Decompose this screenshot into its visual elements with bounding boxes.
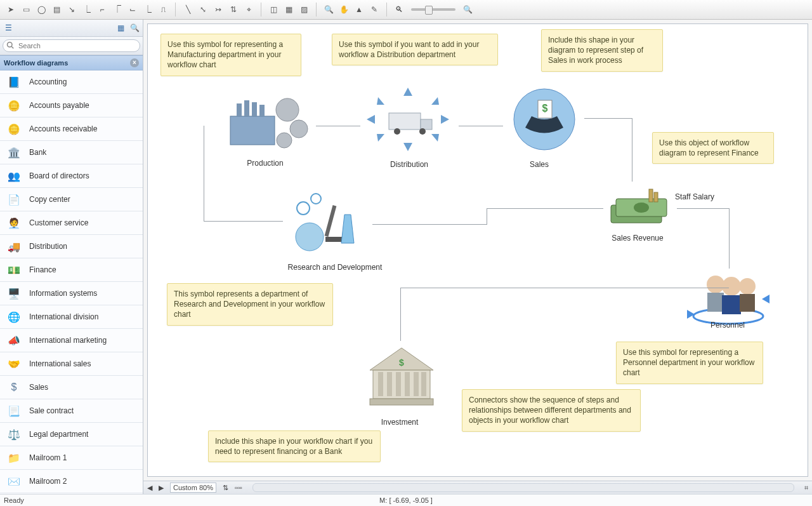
zoom-tool-icon[interactable]: 🔍	[322, 3, 336, 17]
sidebar-item-icon: 📄	[4, 191, 24, 208]
svg-marker-18	[377, 97, 384, 105]
pages-icon[interactable]: ▫▫▫	[235, 484, 242, 491]
horizontal-scrollbar[interactable]	[252, 483, 794, 492]
svg-rect-3	[237, 103, 242, 116]
svg-rect-53	[370, 399, 433, 405]
search-toggle-icon[interactable]: 🔍	[129, 22, 140, 34]
callout-connectors: Connectors show the sequence of steps an…	[462, 389, 641, 432]
line-tool-3-icon[interactable]: ↣	[211, 3, 225, 17]
sidebar-item-international-division[interactable]: 🌐International division	[0, 305, 143, 329]
group-tool-1-icon[interactable]: ◫	[266, 3, 280, 17]
connector-tool-1-icon[interactable]: ↘	[65, 3, 79, 17]
sidebar-item-icon: 📣	[4, 332, 24, 349]
distribution-node-icon[interactable]	[360, 84, 455, 154]
text-tool-icon[interactable]: ▤	[49, 3, 63, 17]
svg-rect-39	[707, 293, 724, 312]
sidebar-item-copy-center[interactable]: 📄Copy center	[0, 188, 143, 211]
zoom-in-icon[interactable]: 🔍	[461, 3, 475, 17]
diagram-canvas[interactable]: Use this symbol for representing a Manuf…	[147, 23, 808, 477]
sidebar-header-label: Workflow diagrams	[4, 59, 68, 67]
connector-tool-7-icon[interactable]: ⎍	[156, 3, 170, 17]
connector-tool-4-icon[interactable]: ⎾	[110, 3, 124, 17]
sidebar-item-mailroom-1[interactable]: 📁Mailroom 1	[0, 446, 143, 470]
sidebar-item-sale-contract[interactable]: 📃Sale contract	[0, 399, 143, 423]
sidebar-item-icon: 🪙	[4, 97, 24, 114]
svg-marker-19	[431, 97, 439, 105]
sidebar-item-international-marketing[interactable]: 📣International marketing	[0, 329, 143, 352]
sidebar-item-label: Information systems	[29, 289, 97, 298]
sidebar-item-international-sales[interactable]: 🤝International sales	[0, 352, 143, 376]
bank-node-icon[interactable]: $	[360, 342, 443, 411]
sidebar-item-bank[interactable]: 🏛️Bank	[0, 141, 143, 164]
sidebar-item-sales[interactable]: $Sales	[0, 376, 143, 399]
svg-marker-21	[431, 134, 439, 142]
svg-marker-16	[367, 115, 375, 124]
line-tool-4-icon[interactable]: ⇅	[226, 3, 240, 17]
page-nav-prev-icon[interactable]: ◀	[147, 484, 152, 492]
sidebar-item-board-of-directors[interactable]: 👥Board of directors	[0, 164, 143, 188]
zoom-stepper-icon[interactable]: ⇅	[223, 484, 228, 492]
connector-tool-2-icon[interactable]: ⎿	[80, 3, 94, 17]
connector-arrow	[204, 126, 204, 221]
connector-tool-6-icon[interactable]: ⎿	[141, 3, 155, 17]
rd-node-icon[interactable]	[284, 189, 360, 259]
svg-rect-52	[421, 372, 426, 396]
connector-tool-5-icon[interactable]: ⌙	[126, 3, 140, 17]
pointer-tool-icon[interactable]: ➤	[4, 3, 18, 17]
sidebar-item-accounts-receivable[interactable]: 🪙Accounts receivable	[0, 117, 143, 141]
sales-node-icon[interactable]: $	[506, 84, 582, 154]
sidebar-item-mailroom-2[interactable]: ✉️Mailroom 2	[0, 470, 143, 493]
svg-rect-49	[396, 372, 401, 396]
sidebar-item-icon: 📘	[4, 74, 24, 90]
zoom-select[interactable]: Custom 80%	[170, 483, 216, 493]
svg-rect-33	[325, 205, 337, 237]
sidebar-item-customer-service[interactable]: 🧑‍💼Customer service	[0, 211, 143, 235]
sidebar-item-legal-department[interactable]: ⚖️Legal department	[0, 423, 143, 446]
sidebar-item-label: International sales	[29, 359, 91, 368]
sidebar-item-information-systems[interactable]: 🖥️Information systems	[0, 282, 143, 305]
line-tool-1-icon[interactable]: ╲	[181, 3, 195, 17]
personnel-node-icon[interactable]	[681, 269, 776, 326]
edit-tool-icon[interactable]: ✎	[367, 3, 381, 17]
production-label: Production	[247, 159, 283, 168]
sidebar-item-icon: 🤝	[4, 356, 24, 372]
sidebar-list[interactable]: 📘Accounting🪙Accounts payable🪙Accounts re…	[0, 70, 143, 494]
sidebar-item-icon: 💵	[4, 262, 24, 278]
line-tool-2-icon[interactable]: ⤡	[196, 3, 210, 17]
close-icon[interactable]: ×	[130, 58, 139, 67]
group-tool-3-icon[interactable]: ▨	[297, 3, 311, 17]
zoom-out-icon[interactable]: 🔍︎	[392, 3, 406, 17]
sidebar-item-label: Accounts receivable	[29, 124, 97, 133]
sidebar-item-distribution[interactable]: 🚚Distribution	[0, 235, 143, 258]
connector-arrow	[400, 288, 401, 341]
ellipse-tool-icon[interactable]: ◯	[34, 3, 48, 17]
page-nav-next-icon[interactable]: ▶	[159, 484, 164, 492]
sidebar-item-icon: 🧑‍💼	[4, 215, 24, 231]
zoom-slider[interactable]	[411, 8, 455, 11]
svg-rect-11	[421, 119, 432, 130]
sidebar-item-accounts-payable[interactable]: 🪙Accounts payable	[0, 94, 143, 117]
app-window: ➤ ▭ ◯ ▤ ↘ ⎿ ⌐ ⎾ ⌙ ⎿ ⎍ ╲ ⤡ ↣ ⇅ ⌖ ◫ ▦ ▨ 🔍 …	[0, 0, 812, 506]
production-node-icon[interactable]	[218, 84, 313, 154]
search-input[interactable]	[3, 39, 140, 52]
grid-view-icon[interactable]: ▦	[115, 22, 126, 34]
finance-node-icon[interactable]	[605, 183, 674, 234]
connector-tool-3-icon[interactable]: ⌐	[95, 3, 109, 17]
stamp-tool-icon[interactable]: ▲	[352, 3, 366, 17]
sidebar-item-finance[interactable]: 💵Finance	[0, 258, 143, 282]
svg-rect-51	[414, 372, 419, 396]
tree-view-icon[interactable]: ☰	[3, 22, 14, 34]
sidebar-section-header[interactable]: Workflow diagrams ×	[0, 55, 143, 70]
sales-label: Sales	[530, 160, 549, 169]
line-tool-5-icon[interactable]: ⌖	[242, 3, 256, 17]
callout-production: Use this symbol for representing a Manuf…	[160, 34, 301, 76]
rect-tool-icon[interactable]: ▭	[19, 3, 33, 17]
svg-point-27	[634, 203, 649, 213]
sidebar-item-accounting[interactable]: 📘Accounting	[0, 70, 143, 94]
connector-arrow	[487, 208, 603, 209]
group-tool-2-icon[interactable]: ▦	[282, 3, 296, 17]
hand-tool-icon[interactable]: ✋	[337, 3, 351, 17]
resize-grip-icon[interactable]: ⌗	[804, 484, 808, 492]
svg-line-1	[11, 46, 13, 48]
svg-point-9	[277, 133, 292, 148]
